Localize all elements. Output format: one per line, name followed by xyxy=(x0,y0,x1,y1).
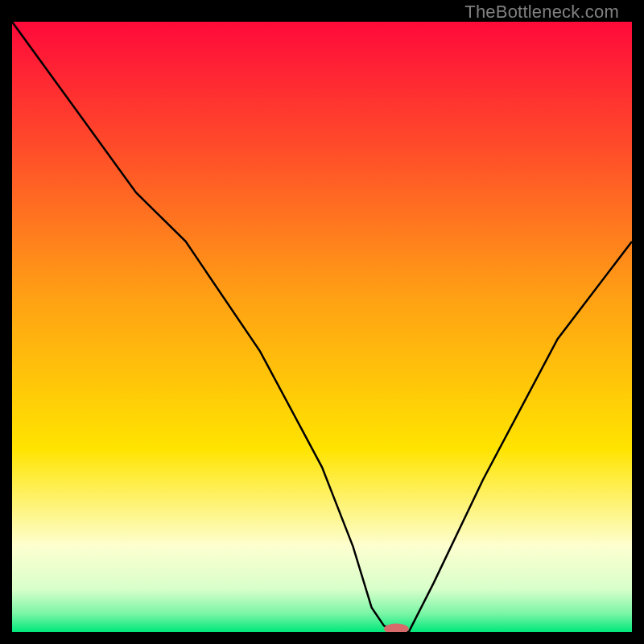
chart-frame: TheBottleneck.com xyxy=(12,0,632,632)
plot-area xyxy=(12,22,632,632)
watermark-text: TheBottleneck.com xyxy=(464,2,619,23)
bottleneck-chart xyxy=(12,22,632,632)
gradient-background xyxy=(12,22,632,632)
